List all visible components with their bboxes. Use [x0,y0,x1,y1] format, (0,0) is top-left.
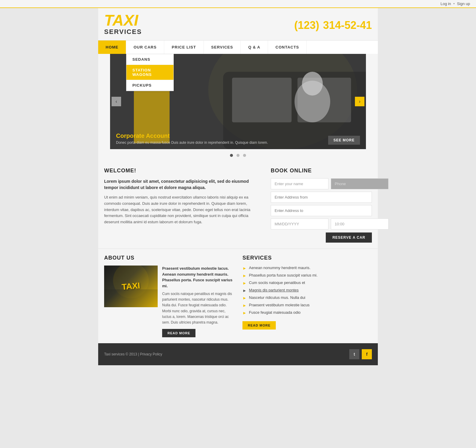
service-item-7: ► Fusce feugiat malesuada odio [242,310,372,315]
main-content: WELCOME! Lorem ipsum dolor sit amet, con… [98,162,378,249]
dot-3[interactable] [243,154,246,157]
svg-rect-3 [232,78,292,122]
name-input[interactable] [271,178,328,189]
dropdown-pickups[interactable]: Pickups [126,80,173,91]
service-text-2: Phasellus porta fusce suscipit varius mi… [249,273,317,277]
logo-services: SERVICES [104,28,142,36]
hero-caption: Corporate Account Donec porta diam eu ma… [110,128,366,149]
facebook-button[interactable]: f [362,349,372,359]
footer-copyright: Taxi services © 2013 | Privacy Policy [104,352,162,356]
about-read-more-btn[interactable]: READ MORE [162,329,195,337]
dot-1[interactable] [230,154,233,157]
services-title: SERVICES [242,255,372,261]
reserve-car-button[interactable]: RESERVE A CAR [326,232,372,243]
service-item-3: ► Cum sociis natoque penatibus et [242,280,372,285]
service-arrow-3: ► [242,281,247,285]
service-arrow-2: ► [242,273,247,278]
nav-contacts[interactable]: CONTACTS [268,40,307,54]
about-body: Cum sociis natoque penatibus et magnis d… [162,291,234,325]
service-text-6: Praesent vestibulum molestie lacus [249,303,310,307]
nav-home[interactable]: HOME [98,40,126,54]
date-time-row [271,218,372,230]
date-input[interactable] [271,218,328,230]
about-text-block: Praesent vestibulum molestie lacus. Aene… [162,266,234,337]
service-text-7: Fusce feugiat malesuada odio [249,310,300,315]
service-item-2: ► Phasellus porta fusce suscipit varius … [242,273,372,278]
nav-our-cars[interactable]: OUR CARS Sedans Station Wagons Pickups [126,40,164,54]
name-phone-row [271,178,372,189]
hero-next-btn[interactable]: › [355,97,364,106]
logo-taxi: TAXI [104,13,142,28]
services-read-more-btn[interactable]: READ MORE [242,321,276,330]
about-title: ABOUT US [104,255,234,261]
dropdown-station-wagons[interactable]: Station Wagons [126,65,173,80]
footer: Taxi services © 2013 | Privacy Policy t … [98,343,378,365]
services-section: SERVICES ► Aenean nonummy hendrerit maur… [242,255,372,337]
service-text-5: Nascetur ridiculus mus. Nulla dui [249,295,305,300]
dot-2[interactable] [237,154,239,157]
phone-number: (123) 314-52-41 [294,16,372,32]
welcome-bold: Lorem ipsum dolor sit amet, consectetur … [104,178,262,191]
time-input[interactable] [331,218,389,230]
about-img-overlay [104,266,158,307]
service-item-5: ► Nascetur ridiculus mus. Nulla dui [242,295,372,300]
top-bar: Log in • Sign up [0,0,476,8]
nav-services[interactable]: SERVICES [204,40,241,54]
service-link-4[interactable]: Magnis dis parturient montes [249,288,299,292]
about-bold: Praesent vestibulum molestie lacus. Aene… [162,266,234,289]
about-image: TAXI [104,266,158,307]
hero-dots [104,149,372,162]
logo[interactable]: TAXI SERVICES [104,13,142,36]
hero-description: Donec porta diam eu massa fusce Duis aut… [116,141,268,145]
about-inner: TAXI Praesent vestibulum molestie lacus.… [104,266,234,337]
welcome-title: WELCOME! [104,168,262,174]
phone-prefix: (123) [294,19,319,31]
welcome-body: Ut enim ad minim veniam, quis nostrud ex… [104,194,262,225]
service-text-3: Cum sociis natoque penatibus et [249,280,305,285]
login-link[interactable]: Log in [441,1,451,6]
services-list: ► Aenean nonummy hendrerit mauris. ► Pha… [242,266,372,315]
see-more-button[interactable]: SEE MORE [328,136,360,145]
hero-prev-btn[interactable]: ‹ [112,97,121,106]
service-text-1: Aenean nonummy hendrerit mauris. [249,266,311,270]
phone-digits: 314-52-41 [323,19,372,31]
signup-link[interactable]: Sign up [457,1,470,6]
svg-rect-10 [104,289,158,307]
address-to-input[interactable] [271,205,372,216]
book-online-title: BOOK ONLINE [271,168,372,174]
twitter-button[interactable]: t [349,349,359,359]
service-arrow-7: ► [242,310,247,315]
footer-social: t f [349,349,372,359]
address-from-input[interactable] [271,192,372,203]
service-item-4[interactable]: ► Magnis dis parturient montes [242,288,372,293]
main-nav: HOME OUR CARS Sedans Station Wagons Pick… [98,40,378,54]
service-item-1: ► Aenean nonummy hendrerit mauris. [242,266,372,271]
header: TAXI SERVICES (123) 314-52-41 [98,8,378,40]
service-item-6: ► Praesent vestibulum molestie lacus [242,303,372,308]
service-arrow-6: ► [242,303,247,308]
book-online-section: BOOK ONLINE RESERVE A CAR [271,168,372,243]
welcome-section: WELCOME! Lorem ipsum dolor sit amet, con… [104,168,262,243]
hero-title: Corporate Account [116,132,268,139]
our-cars-dropdown: Sedans Station Wagons Pickups [126,54,174,91]
service-arrow-1: ► [242,266,247,271]
phone-input[interactable] [331,178,389,189]
svg-point-6 [302,72,323,96]
about-services: ABOUT US TAXI Praesent vestibulum molest… [98,249,378,343]
dropdown-sedans[interactable]: Sedans [126,54,173,65]
nav-price-list[interactable]: PRICE LIST [164,40,204,54]
hero-text-block: Corporate Account Donec porta diam eu ma… [116,132,268,145]
service-arrow-5: ► [242,296,247,300]
nav-qa[interactable]: Q & A [241,40,268,54]
service-arrow-4: ► [242,288,247,293]
separator: • [453,1,455,6]
about-section: ABOUT US TAXI Praesent vestibulum molest… [104,255,234,337]
